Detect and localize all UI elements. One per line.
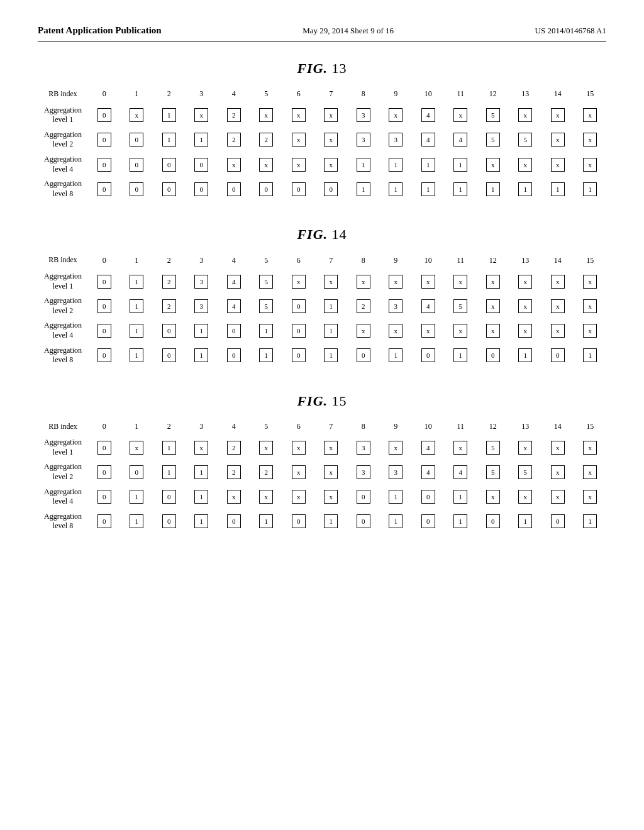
cell-box: 1 bbox=[130, 514, 143, 528]
cell-box: x bbox=[324, 133, 338, 147]
cell-box: 1 bbox=[194, 465, 208, 479]
header-left: Patent Application Publication bbox=[38, 25, 162, 36]
cell-fig15-r1-c11: 4 bbox=[445, 460, 477, 484]
cell-box: 0 bbox=[97, 490, 111, 504]
cell-box: 1 bbox=[389, 158, 402, 172]
rb-index-12: 12 bbox=[477, 254, 509, 269]
cell-box: 5 bbox=[486, 441, 500, 455]
cell-fig13-r2-c3: 0 bbox=[186, 152, 218, 177]
cell-box: 1 bbox=[162, 465, 176, 479]
cell-fig13-r3-c13: 1 bbox=[509, 177, 542, 201]
cell-fig15-r1-c1: 0 bbox=[121, 460, 153, 484]
cell-box: 1 bbox=[194, 324, 208, 338]
rb-index-4: 4 bbox=[218, 421, 250, 436]
cell-box: 0 bbox=[292, 348, 306, 362]
cell-box: x bbox=[324, 490, 338, 504]
cell-fig13-r0-c11: x bbox=[445, 103, 477, 128]
cell-box: x bbox=[551, 465, 565, 479]
cell-box: 0 bbox=[162, 158, 176, 172]
table-row: Aggregationlevel 10x1x2xxx3x4x5xxx bbox=[38, 435, 606, 460]
cell-fig15-r3-c0: 0 bbox=[88, 509, 121, 534]
cell-fig15-r2-c5: x bbox=[250, 485, 283, 509]
cell-box: 1 bbox=[453, 158, 467, 172]
cell-box: 1 bbox=[389, 490, 402, 504]
cell-fig15-r2-c0: 0 bbox=[88, 485, 121, 509]
row-label-fig15-0: Aggregationlevel 1 bbox=[38, 435, 88, 460]
cell-fig15-r0-c11: x bbox=[445, 435, 477, 460]
rb-index-2: 2 bbox=[153, 254, 186, 269]
figure-fig14: FIG. 14RB index0123456789101112131415Agg… bbox=[38, 226, 606, 367]
row-label-fig14-2: Aggregationlevel 4 bbox=[38, 318, 88, 343]
cell-box: 0 bbox=[357, 490, 370, 504]
cell-box: x bbox=[194, 108, 208, 122]
cell-fig13-r2-c14: x bbox=[541, 152, 574, 177]
cell-fig13-r0-c0: 0 bbox=[88, 103, 121, 128]
cell-fig14-r2-c3: 1 bbox=[186, 318, 218, 343]
cell-fig14-r1-c2: 2 bbox=[153, 294, 186, 318]
rb-index-6: 6 bbox=[282, 88, 315, 103]
cell-box: 4 bbox=[421, 133, 435, 147]
cell-fig13-r2-c15: x bbox=[574, 152, 607, 177]
cell-box: 3 bbox=[357, 465, 370, 479]
table-row: Aggregationlevel 10x1x2xxx3x4x5xxx bbox=[38, 103, 606, 128]
cell-fig14-r0-c4: 4 bbox=[218, 269, 250, 294]
cell-fig15-r1-c4: 2 bbox=[218, 460, 250, 484]
cell-box: 5 bbox=[518, 133, 532, 147]
rb-index-6: 6 bbox=[282, 421, 315, 436]
cell-box: 3 bbox=[357, 441, 370, 455]
cell-fig15-r1-c12: 5 bbox=[477, 460, 509, 484]
cell-box: 2 bbox=[162, 299, 176, 313]
cell-box: 1 bbox=[486, 182, 500, 196]
cell-box: 0 bbox=[97, 348, 111, 362]
cell-fig14-r3-c7: 1 bbox=[315, 343, 348, 368]
rb-index-9: 9 bbox=[380, 254, 413, 269]
cell-fig15-r2-c14: x bbox=[541, 485, 574, 509]
cell-fig13-r3-c9: 1 bbox=[380, 177, 413, 201]
cell-box: 0 bbox=[97, 465, 111, 479]
cell-fig15-r2-c6: x bbox=[282, 485, 315, 509]
cell-box: x bbox=[583, 324, 597, 338]
cell-fig15-r3-c8: 0 bbox=[347, 509, 380, 534]
cell-fig15-r0-c12: 5 bbox=[477, 435, 509, 460]
row-label-fig13-0: Aggregationlevel 1 bbox=[38, 103, 88, 128]
cell-fig15-r0-c9: x bbox=[380, 435, 413, 460]
cell-fig14-r2-c5: 1 bbox=[250, 318, 283, 343]
cell-fig15-r3-c13: 1 bbox=[509, 509, 542, 534]
cell-box: 0 bbox=[162, 490, 176, 504]
cell-box: x bbox=[551, 299, 565, 313]
cell-box: 1 bbox=[453, 348, 467, 362]
cell-box: 0 bbox=[357, 514, 370, 528]
cell-fig15-r1-c15: x bbox=[574, 460, 607, 484]
cell-box: 1 bbox=[357, 158, 370, 172]
cell-box: x bbox=[292, 158, 306, 172]
cell-box: 1 bbox=[194, 133, 208, 147]
rb-index-1: 1 bbox=[121, 88, 153, 103]
table-row: Aggregationlevel 40101xxxx0101xxxx bbox=[38, 485, 606, 509]
table-row: Aggregationlevel 80101010101010101 bbox=[38, 509, 606, 534]
rb-index-13: 13 bbox=[509, 88, 542, 103]
cell-fig15-r3-c7: 1 bbox=[315, 509, 348, 534]
table-row: Aggregationlevel 1012345xxxxxxxxxx bbox=[38, 269, 606, 294]
cell-box: 0 bbox=[421, 348, 435, 362]
cell-box: 2 bbox=[227, 465, 241, 479]
cell-fig13-r1-c14: x bbox=[541, 128, 574, 152]
cell-box: 0 bbox=[97, 108, 111, 122]
cell-fig14-r3-c6: 0 bbox=[282, 343, 315, 368]
cell-box: x bbox=[292, 275, 306, 289]
cell-box: 1 bbox=[518, 182, 532, 196]
cell-fig14-r0-c2: 2 bbox=[153, 269, 186, 294]
cell-fig14-r2-c7: 1 bbox=[315, 318, 348, 343]
cell-fig14-r3-c4: 0 bbox=[218, 343, 250, 368]
cell-box: 1 bbox=[389, 348, 402, 362]
cell-box: 0 bbox=[194, 158, 208, 172]
cell-box: 0 bbox=[97, 133, 111, 147]
cell-fig14-r3-c2: 0 bbox=[153, 343, 186, 368]
cell-box: x bbox=[551, 490, 565, 504]
cell-fig13-r0-c9: x bbox=[380, 103, 413, 128]
cell-box: 1 bbox=[259, 324, 273, 338]
cell-box: 0 bbox=[551, 514, 565, 528]
cell-box: x bbox=[486, 299, 500, 313]
cell-fig14-r3-c10: 0 bbox=[412, 343, 445, 368]
cell-fig14-r2-c4: 0 bbox=[218, 318, 250, 343]
cell-box: 1 bbox=[518, 514, 532, 528]
